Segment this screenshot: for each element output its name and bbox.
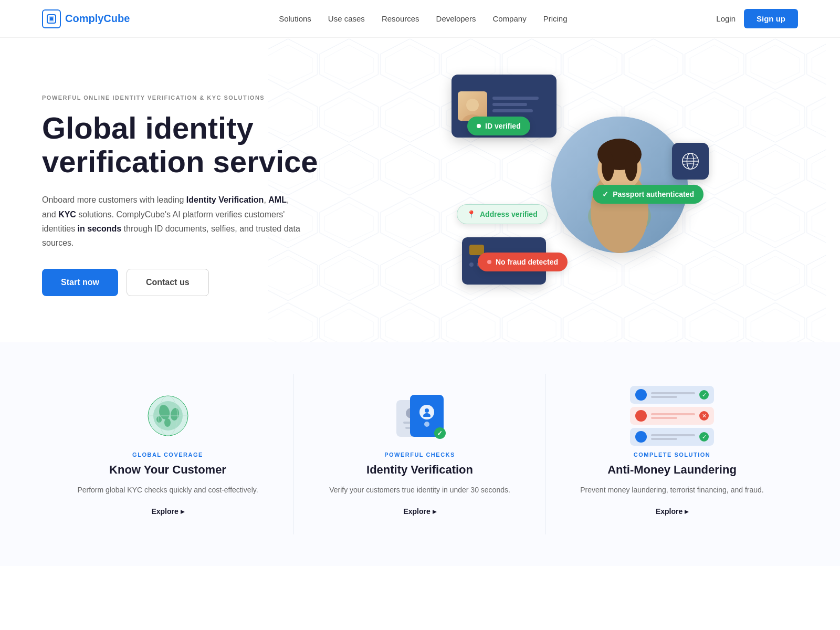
svg-point-22 [164,418,171,427]
hero-description: Onboard more customers with leading Iden… [42,193,304,250]
aml-line-1a [651,392,695,394]
hero-illustration: ID verified [346,69,798,321]
login-button[interactable]: Login [716,14,736,23]
hero-tag: Powerful Online Identity Verification & … [42,94,346,101]
passport-badge: ✓ Passport authenticated [593,185,704,204]
id-line-3 [492,109,533,112]
bold-seconds: in seconds [78,224,122,233]
logo-link[interactable]: ComplyCube [42,9,130,28]
idv-person-circle [419,405,434,419]
aml-lines-3 [651,434,695,440]
nav-link-solutions[interactable]: Solutions [279,14,311,23]
logo-icon [42,9,61,28]
id-verified-label: ID verified [485,122,521,130]
bold-kyc: KYC [58,210,76,219]
idv-check-badge: ✓ [434,427,446,439]
nav-links: Solutions Use cases Resources Developers… [279,14,567,23]
globe-icon [681,152,700,171]
nav-link-resources[interactable]: Resources [382,14,419,23]
idv-desc: Verify your customers true identity in u… [329,484,510,497]
aml-lines-2 [651,413,695,419]
idv-dot [424,422,429,427]
svg-point-14 [625,152,637,181]
aml-status-fail: ✕ [699,411,709,421]
logo-svg [46,14,57,24]
hero-content: Powerful Online Identity Verification & … [42,94,346,296]
aml-icon-container: ✓ ✕ [630,395,714,437]
aml-lines-1 [651,392,695,398]
nav-link-developers[interactable]: Developers [436,14,476,23]
features-section: Global Coverage Know Your Customer Perfo… [0,342,840,566]
kyc-desc: Perform global KYC checks quickly and co… [77,484,258,497]
fraud-badge: No fraud detected [478,253,568,271]
fraud-label: No fraud detected [496,258,558,266]
nav-link-pricing[interactable]: Pricing [543,14,568,23]
aml-avatar-1 [635,389,647,401]
aml-line-1b [651,396,677,398]
passport-check: ✓ [602,190,608,198]
idv-icon: ✓ [396,395,444,437]
svg-point-27 [423,413,430,417]
address-pin-icon: 📍 [467,210,476,218]
kyc-tag: Global Coverage [132,452,203,458]
bold-aml: AML [268,195,287,204]
feature-kyc: Global Coverage Know Your Customer Perfo… [42,374,294,534]
idv-icon-container: ✓ [396,395,444,437]
bold-identity: Identity Verification [186,195,264,204]
svg-point-13 [602,152,614,181]
svg-point-26 [425,408,429,413]
navigation: ComplyCube Solutions Use cases Resources… [0,0,840,38]
aml-line-3a [651,434,695,436]
feature-idv: ✓ Powerful Checks Identity Verification … [294,374,546,534]
idv-title: Identity Verification [366,463,473,477]
aml-status-ok: ✓ [699,390,709,400]
kyc-icon [144,395,192,437]
kyc-title: Know Your Customer [109,463,226,477]
nav-link-company[interactable]: Company [492,14,526,23]
id-line-2 [492,103,527,106]
features-grid: Global Coverage Know Your Customer Perfo… [42,374,798,534]
feature-aml: ✓ ✕ [546,374,798,534]
address-badge: 📍 Address verified [457,204,548,224]
hero-buttons: Start now Contact us [42,269,346,296]
nav-actions: Login Sign up [716,9,798,28]
aml-avatar-2 [635,410,647,422]
aml-explore[interactable]: Explore ▸ [656,507,688,516]
idv-tag: Powerful Checks [384,452,455,458]
svg-rect-2 [50,17,53,20]
illustration-container: ID verified [436,75,709,316]
aml-title: Anti-Money Laundering [607,463,737,477]
id-lines [492,97,550,116]
nav-link-usecases[interactable]: Use cases [328,14,365,23]
aml-avatar-3 [635,431,647,443]
aml-line-2a [651,413,695,415]
aml-line-3b [651,438,677,440]
kyc-explore[interactable]: Explore ▸ [151,507,184,516]
idv-explore[interactable]: Explore ▸ [403,507,436,516]
aml-desc: Prevent money laundering, terrorist fina… [580,484,763,497]
aml-row-3: ✓ [630,428,714,446]
hero-section: Powerful Online Identity Verification & … [0,38,840,342]
signup-button[interactable]: Sign up [744,9,798,28]
start-now-button[interactable]: Start now [42,269,118,296]
credit-dot-1 [469,262,474,267]
svg-point-7 [466,99,479,111]
id-line-1 [492,97,539,100]
aml-line-2b [651,417,677,419]
fraud-dot [487,260,491,264]
aml-status-ok-2: ✓ [699,432,709,442]
aml-row-2: ✕ [630,407,714,425]
passport-label: Passport authenticated [613,190,694,198]
globe-card [672,143,709,180]
address-label: Address verified [480,210,538,218]
logo-text: ComplyCube [65,13,130,25]
contact-us-button[interactable]: Contact us [127,269,209,296]
aml-rows: ✓ ✕ [630,386,714,446]
id-verified-dot [477,124,481,128]
aml-row-1: ✓ [630,386,714,404]
idv-person-svg [422,407,432,417]
aml-tag: Complete Solution [634,452,711,458]
hero-title: Global identity verification service [42,111,346,178]
globe-feature-svg [144,392,192,439]
id-verified-badge: ID verified [467,117,530,135]
